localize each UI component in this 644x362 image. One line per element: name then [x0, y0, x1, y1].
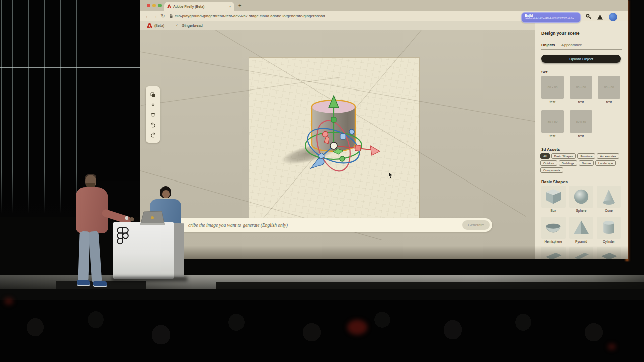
browser-tab-strip: Adobe Firefly (Beta) × +: [140, 0, 628, 11]
shape-label: Hemisphere: [541, 240, 566, 243]
laptop-logo: [151, 216, 154, 219]
panel-heading: Design your scene: [541, 31, 580, 36]
filter-all[interactable]: All: [540, 153, 550, 159]
reload-button[interactable]: ↻: [159, 13, 167, 19]
upload-object-button[interactable]: Upload Object: [541, 55, 621, 63]
plane-handle-blue: [340, 134, 346, 139]
delete-icon[interactable]: [150, 112, 156, 118]
app-header: (Beta) ‹ Gingerbread: [140, 21, 535, 30]
male-shoe: [93, 281, 107, 286]
set-thumb-label: test: [541, 100, 564, 104]
z-rotate-handle: [349, 129, 354, 134]
x-rotate-handle: [323, 132, 328, 137]
audience-silhouettes: [0, 300, 644, 362]
audience-red-light-small: [4, 298, 13, 305]
window-minimize-button[interactable]: [152, 4, 156, 7]
adobe-favicon-icon: [167, 4, 171, 8]
build-badge-title: Build: [525, 14, 577, 17]
prompt-placeholder: cribe the image you want to generate (En…: [188, 223, 288, 228]
prompt-bar[interactable]: cribe the image you want to generate (En…: [166, 218, 492, 232]
tab-objects[interactable]: Objects: [541, 43, 555, 47]
tab-title: Adobe Firefly (Beta): [173, 5, 204, 8]
undo-icon[interactable]: [150, 122, 156, 128]
x-axis-arrow: [370, 146, 380, 155]
filter-furniture[interactable]: Furniture: [577, 153, 595, 159]
window-close-button[interactable]: [147, 4, 150, 7]
back-button[interactable]: ←: [144, 13, 151, 19]
shape-thumb-partial[interactable]: [569, 247, 593, 259]
lock-icon: [170, 14, 173, 18]
set-thumb[interactable]: 80 x 80: [570, 110, 592, 133]
divider: [541, 49, 622, 50]
filter-basic-shapes[interactable]: Basic Shapes: [551, 153, 576, 159]
browser-tab[interactable]: Adobe Firefly (Beta) ×: [164, 2, 234, 11]
set-thumb[interactable]: 80 x 80: [598, 76, 620, 99]
shape-label: Cylinder: [597, 240, 621, 243]
shape-label: Cone: [597, 209, 621, 212]
new-tab-button[interactable]: +: [238, 2, 242, 8]
asset-filter-chips: All Basic Shapes Furniture Accessories O…: [540, 153, 627, 173]
x-scale-handle: [355, 145, 361, 151]
duplicate-icon[interactable]: [150, 92, 156, 98]
set-heading: Set: [541, 70, 547, 74]
podium-shadow: [112, 277, 187, 281]
extension-key-icon[interactable]: [586, 14, 592, 20]
projected-browser-window: Adobe Firefly (Beta) × + ← → ↻ clio-play…: [140, 0, 628, 259]
audience-red-light-right: [608, 344, 616, 350]
adobe-logo-icon: [147, 23, 152, 28]
shape-thumb-partial[interactable]: [541, 247, 566, 259]
back-chevron-icon[interactable]: ‹: [176, 23, 178, 28]
podium-side: [174, 223, 184, 277]
shape-thumb-partial[interactable]: [597, 247, 621, 259]
set-thumb[interactable]: 80 x 80: [570, 76, 592, 99]
shape-box[interactable]: [541, 186, 566, 208]
divider: [541, 143, 622, 143]
female-head: [162, 190, 170, 198]
filter-accessories[interactable]: Accessories: [597, 153, 619, 159]
set-thumb-label: test: [598, 100, 620, 104]
male-leg: [78, 231, 90, 282]
filter-buildings[interactable]: Buildings: [559, 160, 577, 166]
shape-sphere[interactable]: [569, 186, 593, 208]
tab-close-icon[interactable]: ×: [229, 4, 231, 9]
laptop: [140, 210, 165, 225]
filter-nature[interactable]: Nature: [579, 160, 594, 166]
export-icon[interactable]: [150, 102, 156, 108]
y-scale-handle: [331, 117, 336, 122]
grid-wall-horizontal-line: [0, 67, 140, 68]
shape-cone[interactable]: [597, 186, 621, 208]
shape-pyramid[interactable]: [569, 217, 593, 239]
male-leg: [88, 231, 102, 283]
filter-landscape[interactable]: Landscape: [595, 160, 616, 166]
canvas-toolbar: [146, 86, 160, 143]
male-shoe: [77, 280, 90, 285]
window-zoom-button[interactable]: [158, 4, 162, 7]
selected-cylinder-object[interactable]: [272, 85, 392, 176]
set-thumb-label: test: [570, 134, 592, 138]
app-beta-label: (Beta): [154, 24, 164, 27]
redo-icon[interactable]: [150, 132, 156, 138]
tab-appearance[interactable]: Appearance: [561, 43, 582, 47]
forward-button[interactable]: →: [151, 13, 159, 19]
user-avatar[interactable]: [609, 13, 617, 21]
shape-hemisphere[interactable]: [541, 217, 566, 239]
set-thumb[interactable]: 80 x 80: [541, 110, 564, 133]
shape-label: Pyramid: [569, 240, 593, 243]
assets-heading: 3d Assets: [541, 147, 560, 152]
basic-shapes-heading: Basic Shapes: [541, 179, 568, 184]
thumb-placeholder: 80 x 80: [548, 120, 558, 123]
set-thumb[interactable]: 80 x 80: [541, 76, 564, 99]
thumb-placeholder: 80 x 80: [576, 120, 586, 123]
project-title: Gingerbread: [182, 23, 203, 28]
url-bar[interactable]: clio-playground-gingerbread-test-dev-va7…: [175, 14, 325, 18]
shape-cylinder[interactable]: [597, 217, 621, 239]
filter-components[interactable]: Components: [540, 167, 564, 173]
male-hand: [129, 217, 134, 221]
figma-logo-icon: [116, 226, 129, 246]
extension-triangle-icon[interactable]: [597, 14, 603, 20]
set-thumb-label: test: [570, 100, 592, 104]
build-info-badge[interactable]: Build b4e9ab4b4cb42ad49b4d6f5bf73f73f7d4…: [521, 12, 581, 23]
shape-label: Sphere: [569, 209, 593, 212]
generate-button[interactable]: Generate: [462, 220, 490, 230]
filter-outdoor[interactable]: Outdoor: [540, 160, 557, 166]
